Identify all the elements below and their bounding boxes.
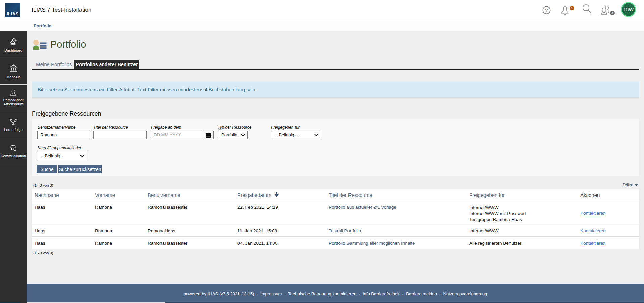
svg-text:4: 4 [611,11,613,15]
svg-text:1: 1 [571,6,573,10]
svg-text:?: ? [545,7,548,13]
